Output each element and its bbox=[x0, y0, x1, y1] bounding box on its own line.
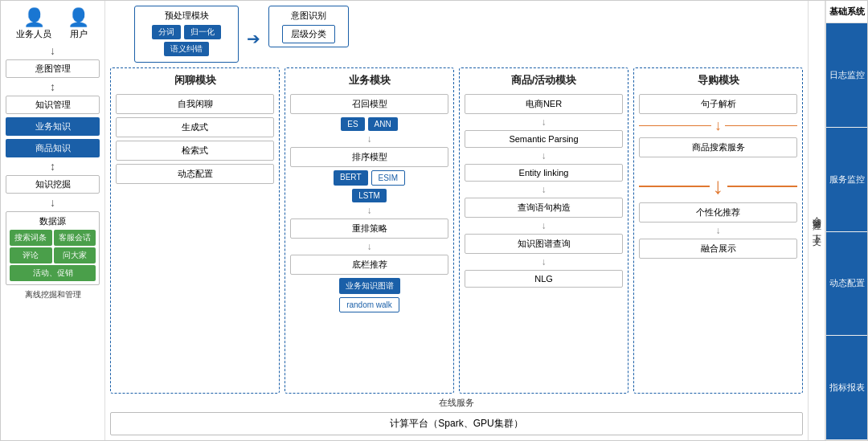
small-arrow-biz1: ↓ bbox=[290, 133, 448, 145]
intent-classify-tag: 层级分类 bbox=[282, 25, 335, 43]
guide-item-3: 融合展示 bbox=[639, 239, 797, 259]
rank-title: 排序模型 bbox=[290, 147, 448, 167]
person-user: 👤 用户 bbox=[68, 7, 89, 40]
chat-item-3: 动态配置 bbox=[116, 164, 274, 184]
tag-semantic-fix: 语义纠错 bbox=[164, 42, 209, 56]
modules-row: 闲聊模块 自我闲聊 生成式 检索式 动态配置 业务模块 召回模型 ES ANN … bbox=[110, 67, 803, 394]
person-business-label: 业务人员 bbox=[16, 28, 51, 40]
data-source-section: 数据源 搜索词条 客服会话 评论 问大家 活动、促销 bbox=[6, 211, 100, 285]
online-label: 在线服务 bbox=[110, 397, 803, 409]
arrow-down-data: ↓ bbox=[6, 196, 100, 209]
bottom-tags: 业务知识图谱 bbox=[290, 278, 448, 294]
random-walk-tags: random walk bbox=[290, 297, 448, 312]
arrow-prod-2: ↓ bbox=[465, 184, 623, 195]
product-item-4: 知识图谱查询 bbox=[465, 234, 623, 254]
right-panel: 会话管理／上下文 基础系统 日志监控 服务监控 动态配置 指标报表 bbox=[808, 1, 867, 440]
offline-label: 离线挖掘和管理 bbox=[6, 289, 100, 300]
ds-search: 搜索词条 bbox=[10, 230, 52, 246]
person-row: 👤 业务人员 👤 用户 bbox=[6, 7, 100, 40]
tag-esim: ESIM bbox=[371, 170, 405, 186]
small-arrow-biz2: ↓ bbox=[290, 205, 448, 216]
tag-random-walk: random walk bbox=[339, 297, 399, 312]
platform-bar: 计算平台（Spark、GPU集群） bbox=[110, 412, 803, 435]
intent-box: 意图识别 层级分类 bbox=[268, 6, 349, 47]
arrow-prod-1: ↓ bbox=[465, 150, 623, 161]
product-item-0: 电商NER bbox=[465, 94, 623, 114]
right-menu-item-3[interactable]: 指标报表 bbox=[826, 336, 867, 440]
biz-module: 业务模块 召回模型 ES ANN ↓ 排序模型 BERT ESIM LSTM ↓… bbox=[285, 67, 454, 394]
guide-module: 导购模块 句子解析 ↓ 商品搜索服务 ↓ 个性化推荐 ↓ 融合展示 bbox=[633, 67, 803, 394]
recall-title: 召回模型 bbox=[290, 94, 448, 114]
product-item-3: 查询语句构造 bbox=[465, 198, 623, 218]
arrow-prod-0: ↓ bbox=[465, 116, 623, 128]
intent-mgmt-box: 意图管理 bbox=[6, 59, 100, 78]
product-module-title: 商品/活动模块 bbox=[465, 73, 623, 88]
tag-word-seg: 分词 bbox=[152, 25, 181, 39]
preprocess-title: 预处理模块 bbox=[141, 10, 231, 22]
arrow-guide-2: ↓ bbox=[639, 225, 797, 236]
tag-biz-kg: 业务知识图谱 bbox=[339, 278, 400, 294]
center-area: 预处理模块 分词 归一化 语义纠错 ➔ 意图识别 层级分类 闲聊模块 自我闲聊 bbox=[105, 1, 808, 440]
knowledge-mining-box: 知识挖掘 bbox=[6, 175, 100, 194]
ds-questions: 问大家 bbox=[54, 247, 96, 263]
tag-bert: BERT bbox=[334, 170, 368, 186]
data-source-grid: 搜索词条 客服会话 评论 问大家 活动、促销 bbox=[10, 230, 96, 281]
chat-module-title: 闲聊模块 bbox=[116, 73, 274, 88]
chat-module: 闲聊模块 自我闲聊 生成式 检索式 动态配置 bbox=[110, 67, 280, 394]
guide-item-1: 商品搜索服务 bbox=[639, 137, 797, 157]
intent-title: 意图识别 bbox=[291, 10, 326, 22]
tag-lstm: LSTM bbox=[352, 189, 387, 202]
guide-item-0: 句子解析 bbox=[639, 94, 797, 114]
bottom-recommend: 底栏推荐 bbox=[290, 255, 448, 275]
tag-es: ES bbox=[341, 117, 364, 131]
person-business-icon: 👤 bbox=[23, 7, 45, 28]
tag-ann: ANN bbox=[368, 117, 398, 131]
rank-tags-row1: BERT ESIM bbox=[290, 170, 448, 186]
top-flow: 预处理模块 分词 归一化 语义纠错 ➔ 意图识别 层级分类 bbox=[110, 6, 803, 63]
preprocess-box: 预处理模块 分词 归一化 语义纠错 bbox=[134, 6, 239, 63]
preprocess-tags-row1: 分词 归一化 bbox=[141, 25, 231, 39]
guide-item-2: 个性化推荐 bbox=[639, 202, 797, 223]
left-panel: 👤 业务人员 👤 用户 ↓ 意图管理 ↕ 知识管理 业务知识 商品知识 ↕ 知识… bbox=[1, 1, 105, 440]
knowledge-mgmt-title: 知识管理 bbox=[6, 96, 100, 114]
biz-knowledge-box: 业务知识 bbox=[6, 117, 100, 136]
right-menu-item-2[interactable]: 动态配置 bbox=[826, 232, 867, 337]
rerank-item: 重排策略 bbox=[290, 218, 448, 239]
preprocess-tags-row2: 语义纠错 bbox=[141, 42, 231, 56]
person-user-label: 用户 bbox=[70, 28, 88, 40]
product-knowledge-box: 商品知识 bbox=[6, 139, 100, 157]
arrow-down-intent: ↓ bbox=[6, 44, 100, 57]
product-item-1: Semantic Parsing bbox=[465, 130, 623, 148]
chat-item-0: 自我闲聊 bbox=[116, 94, 274, 114]
tag-normalize: 归一化 bbox=[184, 25, 221, 39]
guide-module-title: 导购模块 bbox=[639, 73, 797, 88]
bottom-section: 在线服务 计算平台（Spark、GPU集群） bbox=[110, 397, 803, 435]
ds-service: 客服会话 bbox=[54, 230, 96, 246]
product-item-2: Entity linking bbox=[465, 164, 623, 182]
ds-review: 评论 bbox=[10, 247, 52, 263]
recall-tags: ES ANN bbox=[290, 117, 448, 131]
person-business: 👤 业务人员 bbox=[16, 7, 51, 40]
person-user-icon: 👤 bbox=[68, 7, 89, 28]
right-menu-item-1[interactable]: 服务监控 bbox=[826, 128, 867, 232]
right-menu-title: 基础系统 bbox=[826, 1, 867, 23]
ds-activity: 活动、促销 bbox=[10, 265, 96, 281]
right-menu-item-0[interactable]: 日志监控 bbox=[826, 23, 867, 128]
arrow-prod-3: ↓ bbox=[465, 220, 623, 231]
arrow-down-mining: ↕ bbox=[6, 160, 100, 173]
context-bar: 会话管理／上下文 bbox=[808, 1, 825, 440]
arrow-prod-4: ↓ bbox=[465, 256, 623, 267]
small-arrow-biz3: ↓ bbox=[290, 241, 448, 252]
right-menu: 基础系统 日志监控 服务监控 动态配置 指标报表 bbox=[825, 1, 867, 440]
product-module: 商品/活动模块 电商NER ↓ Semantic Parsing ↓ Entit… bbox=[459, 67, 628, 394]
biz-module-title: 业务模块 bbox=[290, 73, 448, 88]
arrow-right-intent: ➔ bbox=[247, 29, 260, 48]
arrow-down-knowledge: ↕ bbox=[6, 80, 100, 93]
chat-item-2: 检索式 bbox=[116, 141, 274, 161]
chat-item-1: 生成式 bbox=[116, 117, 274, 137]
rank-tags-row2: LSTM bbox=[290, 189, 448, 202]
product-item-5: NLG bbox=[465, 270, 623, 288]
data-source-title: 数据源 bbox=[10, 215, 96, 227]
